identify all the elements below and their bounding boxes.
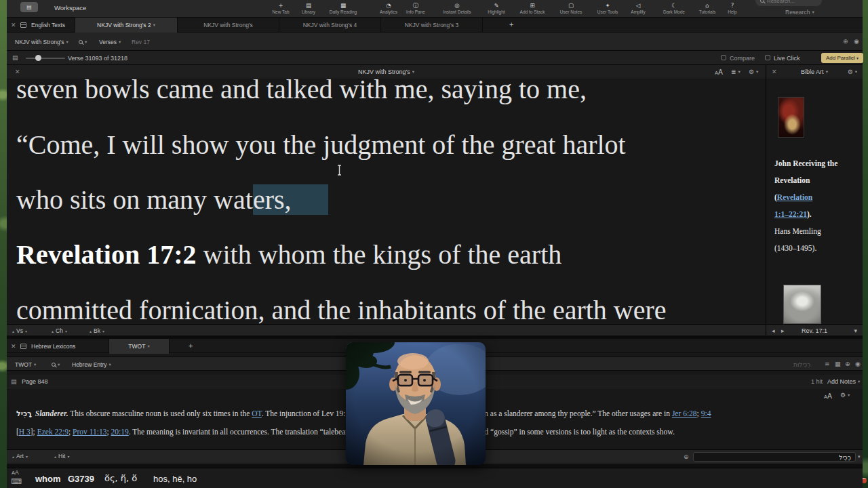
step-down-icon[interactable]: ▾: [26, 454, 28, 459]
font-size-button[interactable]: AA: [12, 469, 19, 476]
close-group-icon[interactable]: ✕: [11, 22, 16, 28]
locate-icon[interactable]: ◉: [855, 361, 861, 367]
step-down-icon[interactable]: ▾: [102, 329, 104, 333]
chevron-down-icon[interactable]: ▾: [854, 327, 857, 334]
chevron-down-icon[interactable]: ▾: [858, 454, 861, 460]
research-menu[interactable]: Research: [785, 9, 814, 16]
article-step-control[interactable]: ▴Art▾: [12, 453, 28, 460]
toolbar-button-amplify[interactable]: ◁Amplify: [631, 2, 645, 15]
research-search-input[interactable]: Research...: [755, 0, 822, 6]
gear-icon[interactable]: ⚙: [749, 68, 758, 75]
tab-twot[interactable]: TWOT: [108, 339, 170, 354]
toolbar-button-user-notes[interactable]: ▢User Notes: [560, 2, 583, 15]
menu-icon[interactable]: ≡: [825, 361, 830, 367]
toolbar-button-analytics[interactable]: ◔Analytics: [380, 2, 397, 15]
tab-nkjv-with-strongs-2[interactable]: NKJV with Strong's 2: [75, 18, 178, 33]
toolbar-button-new-tab[interactable]: +New Tab: [272, 2, 289, 15]
panel-layout-icon[interactable]: [20, 344, 26, 349]
step-down-icon[interactable]: ▾: [67, 454, 69, 459]
verse-slider-thumb[interactable]: [35, 55, 41, 61]
step-up-icon[interactable]: ▴: [52, 329, 54, 333]
moon-icon: ☾: [663, 2, 685, 9]
daily-reading-icon: ▦: [330, 2, 357, 9]
text-cursor: [336, 165, 342, 178]
toolbar-button-user-tools[interactable]: ✦User Tools: [597, 2, 618, 15]
close-group-icon[interactable]: ✕: [11, 343, 16, 350]
search-mode-button[interactable]: [79, 39, 87, 45]
toolbar-button-add-to-stack[interactable]: ⊞Add to Stack: [520, 2, 545, 15]
hit-step-control[interactable]: ▴Hit▾: [54, 453, 69, 460]
live-click-checkbox[interactable]: [765, 55, 770, 60]
toolbar-button-daily-reading[interactable]: ▦Daily Reading: [330, 2, 357, 15]
step-up-icon[interactable]: ▴: [12, 454, 14, 459]
ref-link-ot[interactable]: OT: [252, 409, 261, 418]
step-up-icon[interactable]: ▴: [90, 329, 92, 333]
resource-selector[interactable]: NKJV with Strong's: [15, 39, 68, 45]
toolbar-button-info-pane[interactable]: ⓘInfo Pane: [406, 2, 425, 15]
verses-mode-selector[interactable]: Verses: [99, 39, 121, 45]
step-up-icon[interactable]: ▴: [12, 329, 14, 333]
ref-link-9-4[interactable]: 9:4: [701, 409, 711, 418]
bible-panel-title[interactable]: NKJV with Strong's: [7, 68, 766, 75]
keyboard-icon[interactable]: ⌨: [11, 477, 22, 486]
step-down-icon[interactable]: ▾: [25, 329, 27, 333]
globe-icon[interactable]: ⊕: [684, 453, 689, 460]
outline-list-icon[interactable]: ▤: [12, 54, 18, 61]
verse-slider-track[interactable]: [26, 58, 65, 59]
ref-link-prov-11-13[interactable]: Prov 11:13: [73, 428, 106, 436]
toolbar-button-tutorials[interactable]: ⌂Tutorials: [699, 2, 716, 15]
toolbar-button-library[interactable]: ▤Library: [302, 2, 315, 15]
live-click-label: Live Click: [774, 55, 800, 62]
gear-icon[interactable]: ⚙: [848, 68, 857, 75]
add-parallel-button[interactable]: Add Parallel: [821, 53, 863, 63]
search-mode-button[interactable]: [52, 361, 60, 368]
tab-nkjv-with-strongs-4[interactable]: NKJV with Strong's 4: [279, 18, 381, 33]
artwork-thumbnail-2[interactable]: [783, 285, 821, 324]
step-up-icon[interactable]: ▴: [54, 454, 56, 459]
add-tab-button[interactable]: +: [509, 20, 513, 28]
art-reference-link[interactable]: 1:1–22:21: [774, 210, 807, 218]
font-size-button[interactable]: AA: [824, 392, 832, 400]
chapter-step-control[interactable]: ▴Ch▾: [52, 327, 67, 334]
verse-step-control[interactable]: ▴Vs▾: [12, 327, 27, 334]
hebrew-entry-selector[interactable]: Hebrew Entry: [72, 361, 111, 368]
workspace-label: Workspace: [54, 4, 86, 12]
font-size-button[interactable]: AA: [715, 68, 723, 76]
ref-link-20-19[interactable]: 20:19: [111, 428, 129, 436]
screen: ▤ Workspace +New Tab ▤Library ▦Daily Rea…: [0, 0, 868, 488]
new-panel-icon[interactable]: ⊕: [843, 38, 848, 45]
resource-selector[interactable]: TWOT: [15, 361, 36, 368]
compare-checkbox[interactable]: [721, 55, 726, 60]
view-menu-icon[interactable]: ≣: [731, 68, 741, 75]
panel-layout-icon[interactable]: [20, 22, 26, 28]
tab-nkjv-with-strongs[interactable]: NKJV with Strong's: [178, 18, 279, 33]
art-reference-link[interactable]: Revelation: [777, 193, 812, 201]
columns-icon[interactable]: ▦: [835, 361, 841, 367]
outline-list-icon[interactable]: ▤: [11, 378, 17, 385]
reference-input[interactable]: Rev 17: [132, 39, 150, 45]
artwork-thumbnail-1[interactable]: [778, 97, 804, 138]
gear-icon[interactable]: ⚙: [840, 392, 850, 399]
book-step-control[interactable]: ▴Bk▾: [90, 327, 104, 334]
lexicon-search-input[interactable]: רָכִיל: [693, 452, 856, 462]
upper-tab-strip: ✕ English Texts NKJV with Strong's 2 NKJ…: [7, 18, 863, 33]
add-tab-button[interactable]: +: [189, 342, 193, 350]
ref-link-h3[interactable]: H 3: [19, 428, 31, 436]
compare-label: Compare: [730, 55, 755, 62]
analytics-icon: ◔: [380, 2, 397, 9]
hebrew-headword[interactable]: רָכִיל: [16, 409, 32, 418]
workspace-switcher-button[interactable]: ▤: [20, 2, 38, 12]
ref-link-jer-6-28[interactable]: Jer 6:28: [672, 409, 697, 418]
bible-line: Revelation 17:2 with whom the kings of t…: [16, 238, 561, 272]
toolbar-button-help[interactable]: ?Help: [728, 2, 736, 15]
add-notes-button[interactable]: Add Notes: [827, 378, 860, 385]
toolbar-button-highlight[interactable]: ✎Highlight: [488, 2, 505, 15]
sync-icon[interactable]: ◉: [854, 38, 859, 45]
add-icon[interactable]: ⊕: [845, 361, 850, 367]
toolbar-button-dark-mode[interactable]: ☾Dark Mode: [663, 2, 685, 15]
step-down-icon[interactable]: ▾: [65, 329, 67, 333]
bible-text-panel: ✕ NKJV with Strong's AA ≣ ⚙ seven bowls …: [7, 65, 766, 336]
ref-link-ezek-22-9[interactable]: Ezek 22:9: [37, 428, 68, 436]
toolbar-button-instant-details[interactable]: ◎Instant Details: [443, 2, 471, 15]
tab-nkjv-with-strongs-3[interactable]: NKJV with Strong's 3: [381, 18, 483, 33]
